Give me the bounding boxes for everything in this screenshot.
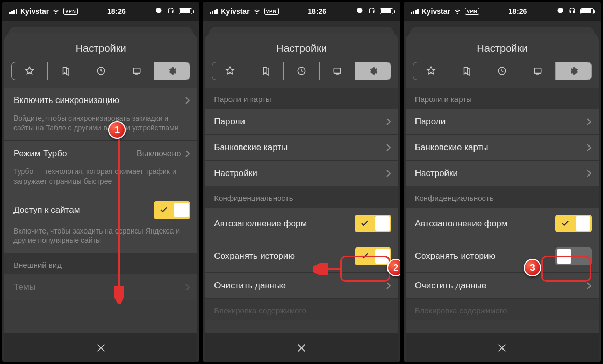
- battery-icon: [580, 8, 594, 14]
- row-label: Настройки: [214, 168, 385, 179]
- chevron-right-icon: [386, 282, 391, 290]
- wifi-icon: [253, 7, 261, 17]
- row-label: Сохранять историю: [214, 251, 354, 261]
- tab-settings[interactable]: [355, 62, 391, 80]
- signal-icon: [411, 9, 419, 14]
- row-label: Настройки: [415, 168, 586, 179]
- headphones-icon: [167, 7, 175, 16]
- tab-settings[interactable]: [556, 62, 591, 80]
- signal-icon: [210, 9, 218, 14]
- row-passwords[interactable]: Пароли: [205, 109, 398, 135]
- tab-bar: [11, 62, 190, 80]
- annotation-badge-1: 1: [108, 121, 126, 139]
- tab-history[interactable]: [284, 62, 320, 80]
- row-autofill[interactable]: Автозаполнение форм: [205, 208, 398, 240]
- row-label: Банковские карты: [214, 142, 385, 153]
- tab-favorites[interactable]: [12, 62, 48, 80]
- tab-settings[interactable]: [154, 62, 190, 80]
- tab-bookmarks[interactable]: [248, 62, 284, 80]
- check-icon: [360, 219, 369, 230]
- row-label: Автозаполнение форм: [214, 219, 354, 229]
- row-passwords[interactable]: Пароли: [406, 109, 599, 135]
- row-value: Выключено: [137, 149, 181, 158]
- close-button[interactable]: [406, 333, 599, 362]
- close-button[interactable]: [205, 333, 398, 362]
- phone-screen-3: Kyivstar VPN 18:26 Настройки Парол: [404, 2, 601, 362]
- section-content-blocking: Блокировка содержимого: [205, 299, 398, 320]
- row-autofill[interactable]: Автозаполнение форм: [406, 208, 599, 240]
- battery-icon: [380, 8, 393, 14]
- vpn-badge: VPN: [264, 8, 279, 15]
- tab-favorites[interactable]: [413, 62, 449, 80]
- toggle-save-history[interactable]: [355, 247, 391, 265]
- signal-icon: [9, 9, 17, 14]
- annotation-badge-3: 3: [524, 259, 541, 276]
- annotation-badge-2: 2: [387, 259, 400, 276]
- svg-rect-4: [334, 68, 341, 74]
- tab-history[interactable]: [83, 62, 119, 80]
- tab-tabs[interactable]: [119, 62, 155, 80]
- row-site-access[interactable]: Доступ к сайтам: [4, 194, 197, 226]
- row-subtext: Турбо — технология, которая сжимает траф…: [4, 167, 197, 194]
- carrier-label: Kyivstar: [221, 7, 249, 16]
- close-button[interactable]: [4, 333, 197, 362]
- battery-icon: [179, 8, 192, 14]
- status-bar: Kyivstar VPN 18:26: [2, 2, 199, 21]
- chevron-right-icon: [386, 118, 391, 126]
- headphones-icon: [568, 7, 576, 16]
- row-label: Включить синхронизацию: [13, 95, 185, 106]
- chevron-right-icon: [386, 143, 391, 152]
- tab-bar: [413, 62, 592, 80]
- toggle-autofill[interactable]: [555, 215, 592, 232]
- toggle-save-history[interactable]: [555, 247, 592, 265]
- vpn-badge: VPN: [63, 8, 78, 15]
- chevron-right-icon: [586, 169, 592, 178]
- row-save-history[interactable]: Сохранять историю: [205, 240, 398, 273]
- chevron-right-icon: [586, 143, 592, 152]
- chevron-right-icon: [185, 96, 190, 105]
- toggle-autofill[interactable]: [355, 215, 391, 232]
- alarm-icon: [556, 7, 564, 16]
- tab-history[interactable]: [484, 62, 520, 80]
- row-card-settings[interactable]: Настройки: [406, 161, 599, 186]
- toggle-site-access[interactable]: [154, 201, 190, 219]
- carrier-label: Kyivstar: [20, 7, 49, 16]
- svg-rect-1: [133, 68, 140, 74]
- row-clear-data[interactable]: Очистить данные: [205, 273, 398, 299]
- row-bank-cards[interactable]: Банковские карты: [205, 135, 398, 161]
- section-passwords-cards: Пароли и карты: [406, 88, 599, 109]
- chevron-right-icon: [386, 169, 391, 178]
- tab-tabs[interactable]: [320, 62, 355, 80]
- row-label: Банковские карты: [415, 142, 586, 153]
- row-themes[interactable]: Темы: [4, 274, 197, 300]
- tab-favorites[interactable]: [212, 62, 248, 80]
- row-clear-data[interactable]: Очистить данные: [406, 273, 599, 299]
- row-label: Очистить данные: [415, 281, 586, 291]
- status-bar: Kyivstar VPN 18:26: [404, 2, 601, 21]
- tab-bookmarks[interactable]: [48, 62, 83, 80]
- status-bar: Kyivstar VPN 18:26: [203, 2, 400, 21]
- page-title: Настройки: [406, 33, 599, 62]
- wifi-icon: [453, 7, 462, 17]
- row-label: Темы: [13, 282, 185, 293]
- tab-bookmarks[interactable]: [449, 62, 485, 80]
- row-subtext: Войдите, чтобы синхронизировать закладки…: [4, 113, 197, 141]
- row-label: Автозаполнение форм: [415, 219, 555, 229]
- row-turbo[interactable]: Режим Турбо Выключено: [4, 141, 197, 167]
- row-card-settings[interactable]: Настройки: [205, 161, 398, 186]
- row-subtext: Включите, чтобы заходить на сервисы Янде…: [4, 226, 197, 254]
- tab-tabs[interactable]: [520, 62, 556, 80]
- chevron-right-icon: [185, 150, 190, 158]
- section-content-blocking: Блокировка содержимого: [406, 299, 599, 320]
- alarm-icon: [155, 7, 163, 16]
- row-save-history[interactable]: Сохранять историю: [406, 240, 599, 273]
- status-time: 18:26: [308, 7, 326, 16]
- chevron-right-icon: [586, 118, 592, 126]
- status-time: 18:26: [509, 7, 527, 16]
- row-enable-sync[interactable]: Включить синхронизацию: [4, 88, 197, 113]
- vpn-badge: VPN: [465, 8, 479, 15]
- row-label: Пароли: [214, 117, 385, 127]
- page-title: Настройки: [4, 33, 197, 62]
- section-privacy: Конфиденциальность: [406, 186, 599, 208]
- row-bank-cards[interactable]: Банковские карты: [406, 135, 599, 161]
